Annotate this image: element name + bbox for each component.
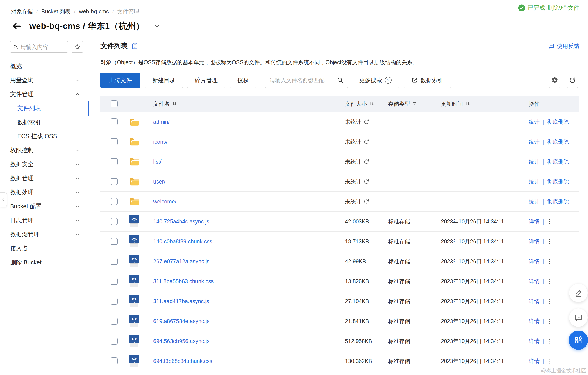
more-actions-kebab[interactable]	[547, 357, 551, 365]
sidebar-item[interactable]: ECS 挂载 OSS	[0, 129, 89, 143]
refresh-icon[interactable]	[364, 199, 369, 204]
sidebar-item[interactable]: 权限控制	[0, 143, 89, 157]
sidebar-item[interactable]: 用量查询	[0, 73, 89, 87]
file-link[interactable]: 694.f3b68c34.chunk.css	[153, 358, 212, 364]
refresh-icon[interactable]	[364, 119, 369, 125]
file-link[interactable]: 140.c0ba8f89.chunk.css	[153, 238, 212, 245]
file-search-box[interactable]	[265, 73, 348, 88]
details-action-link[interactable]: 详情	[529, 218, 540, 225]
sidebar-item[interactable]: 数据管理	[0, 171, 89, 185]
folder-link[interactable]: list/	[153, 159, 162, 165]
purge-action-link[interactable]: 彻底删除	[547, 198, 569, 205]
sidebar-item[interactable]: Bucket 配置	[0, 199, 89, 213]
sort-arrows-icon[interactable]	[369, 101, 374, 107]
details-action-link[interactable]: 详情	[529, 298, 540, 305]
column-size[interactable]: 文件大小	[345, 100, 374, 107]
more-actions-kebab[interactable]	[547, 317, 551, 325]
search-icon[interactable]	[337, 77, 344, 84]
more-actions-kebab[interactable]	[547, 238, 551, 245]
file-link[interactable]: 694.563eb956.async.js	[153, 338, 210, 344]
row-checkbox[interactable]	[111, 238, 117, 245]
row-checkbox[interactable]	[111, 357, 117, 364]
sidebar-item[interactable]: 概览	[0, 59, 89, 73]
data-index-button[interactable]: 数据索引	[404, 73, 451, 88]
favorite-button[interactable]	[72, 41, 83, 53]
purge-action-link[interactable]: 彻底删除	[547, 178, 569, 185]
table-settings-button[interactable]	[549, 73, 560, 88]
sidebar-item[interactable]: 数据湖管理	[0, 227, 89, 241]
apps-fab[interactable]	[569, 331, 588, 350]
bucket-switcher-caret[interactable]	[153, 22, 161, 30]
sidebar-item[interactable]: 数据索引	[0, 115, 89, 129]
panel-collapse-handle[interactable]	[0, 192, 7, 207]
more-actions-kebab[interactable]	[547, 337, 551, 345]
select-all-checkbox[interactable]	[111, 100, 117, 107]
details-action-link[interactable]: 详情	[529, 357, 540, 365]
fragment-manage-button[interactable]: 碎片管理	[187, 73, 225, 88]
sidebar-item[interactable]: 文件列表	[0, 101, 89, 115]
row-checkbox[interactable]	[111, 278, 117, 285]
more-actions-kebab[interactable]	[547, 278, 551, 285]
purge-action-link[interactable]: 彻底删除	[547, 118, 569, 126]
more-actions-kebab[interactable]	[547, 257, 551, 265]
sidebar-search-input[interactable]	[20, 43, 65, 50]
authorize-button[interactable]: 授权	[230, 73, 256, 88]
refresh-icon[interactable]	[364, 159, 369, 164]
back-button[interactable]	[11, 21, 22, 31]
row-checkbox[interactable]	[111, 198, 117, 205]
file-link[interactable]: 311.8ba55b63.chunk.css	[153, 278, 214, 285]
column-storage[interactable]: 存储类型	[388, 100, 441, 107]
breadcrumb-item[interactable]: web-bq-cms	[79, 8, 109, 15]
file-search-input[interactable]	[269, 77, 335, 84]
sort-arrows-icon[interactable]	[465, 101, 470, 107]
breadcrumb-item[interactable]: Bucket 列表	[41, 8, 71, 15]
sidebar-item[interactable]: 接入点	[0, 241, 89, 255]
row-checkbox[interactable]	[111, 338, 117, 344]
purge-action-link[interactable]: 彻底删除	[547, 158, 569, 165]
breadcrumb-item[interactable]: 对象存储	[11, 8, 33, 15]
refresh-icon[interactable]	[364, 139, 369, 145]
row-checkbox[interactable]	[111, 318, 117, 325]
row-checkbox[interactable]	[111, 258, 117, 265]
details-action-link[interactable]: 详情	[529, 318, 540, 325]
row-checkbox[interactable]	[111, 138, 117, 145]
sidebar-item[interactable]: 删除 Bucket	[0, 255, 89, 269]
new-directory-button[interactable]: 新建目录	[145, 73, 183, 88]
upload-button[interactable]: 上传文件	[100, 73, 140, 88]
sidebar-item[interactable]: 日志管理	[0, 213, 89, 227]
details-action-link[interactable]: 详情	[529, 238, 540, 245]
purge-action-link[interactable]: 彻底删除	[547, 138, 569, 145]
details-action-link[interactable]: 详情	[529, 338, 540, 345]
column-updated[interactable]: 更新时间	[441, 100, 529, 107]
row-checkbox[interactable]	[111, 218, 117, 225]
row-checkbox[interactable]	[111, 178, 117, 185]
details-action-link[interactable]: 详情	[529, 278, 540, 285]
details-action-link[interactable]: 详情	[529, 258, 540, 265]
file-link[interactable]: 267.e077a12a.async.js	[153, 258, 210, 265]
row-checkbox[interactable]	[111, 158, 117, 165]
sort-arrows-icon[interactable]	[172, 101, 177, 107]
refresh-icon[interactable]	[364, 179, 369, 184]
sidebar-item[interactable]: 数据处理	[0, 185, 89, 199]
sidebar-item[interactable]: 文件管理	[0, 87, 89, 101]
feedback-link[interactable]: 使用反馈	[548, 42, 579, 50]
stats-action-link[interactable]: 统计	[529, 178, 540, 185]
folder-link[interactable]: welcome/	[153, 198, 177, 205]
edit-fab[interactable]	[569, 284, 588, 302]
more-actions-kebab[interactable]	[547, 298, 551, 305]
funnel-icon[interactable]	[412, 101, 417, 106]
folder-link[interactable]: user/	[153, 179, 166, 185]
file-link[interactable]: 140.725a4b4c.async.js	[153, 218, 209, 225]
clipboard-icon[interactable]	[131, 42, 138, 50]
folder-link[interactable]: icons/	[153, 139, 168, 145]
stats-action-link[interactable]: 统计	[529, 158, 540, 165]
feedback-fab[interactable]	[569, 308, 588, 327]
stats-action-link[interactable]: 统计	[529, 198, 540, 205]
row-checkbox[interactable]	[111, 298, 117, 305]
sidebar-item[interactable]: 数据安全	[0, 157, 89, 171]
more-actions-kebab[interactable]	[547, 218, 551, 225]
file-link[interactable]: 619.a867584e.async.js	[153, 318, 210, 324]
row-checkbox[interactable]	[111, 118, 117, 125]
column-name[interactable]: 文件名	[153, 100, 177, 107]
refresh-list-button[interactable]	[567, 73, 578, 88]
